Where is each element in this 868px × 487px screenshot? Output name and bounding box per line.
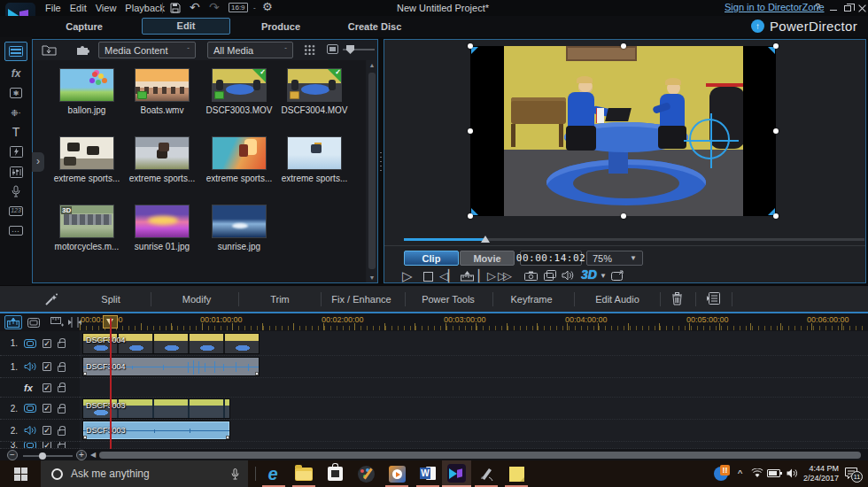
timeline-zoom-slider[interactable] xyxy=(23,455,73,457)
edit-audio-button[interactable]: Edit Audio xyxy=(577,286,657,313)
word-icon[interactable]: W xyxy=(417,463,438,484)
timecode-display[interactable]: 00:00:14:02 xyxy=(520,251,582,266)
import-media-icon[interactable] xyxy=(42,43,57,56)
media-item[interactable]: sunrise.jpg xyxy=(201,205,277,251)
save-icon[interactable] xyxy=(170,3,181,13)
minimize-button[interactable] xyxy=(827,2,840,12)
3d-dropdown-arrow-icon[interactable]: ▼ xyxy=(600,272,607,280)
timeline-clip-video-dscf3004[interactable]: DSCF3004 xyxy=(82,333,260,354)
windows-store-icon[interactable] xyxy=(324,463,345,484)
pen-tool-app-icon[interactable] xyxy=(476,463,497,484)
stop-button[interactable] xyxy=(423,272,433,282)
effect-room-icon[interactable]: fx xyxy=(4,64,27,83)
particle-room-icon[interactable]: ❉⋅ xyxy=(4,103,27,122)
snapshot-camera-button[interactable] xyxy=(524,271,538,281)
timeline-zoom-out-button[interactable]: − xyxy=(7,450,18,460)
storyboard-view-button[interactable] xyxy=(25,315,43,329)
search-input[interactable]: Ask me anything xyxy=(71,468,150,480)
seek-ruler-button[interactable] xyxy=(461,271,474,282)
menu-edit[interactable]: Edit xyxy=(66,2,91,14)
media-item[interactable]: Boats.wmv xyxy=(124,68,200,115)
keyframe-button[interactable]: Keyframe xyxy=(494,286,569,313)
thumbnail-size-slider[interactable] xyxy=(343,49,375,50)
aspect-dropdown-arrow-icon[interactable]: ˆ xyxy=(253,5,256,16)
media-item[interactable]: ballon.jpg xyxy=(49,68,125,115)
settings-gear-icon[interactable]: ⚙ xyxy=(262,2,273,12)
media-player-icon[interactable] xyxy=(386,463,407,484)
undo-icon[interactable]: ↶ xyxy=(190,2,200,12)
battery-icon[interactable] xyxy=(767,469,780,477)
help-button[interactable]: ? xyxy=(811,2,824,12)
clip-handle[interactable] xyxy=(255,372,259,375)
track-enable-checkbox[interactable]: ✓ xyxy=(43,362,51,371)
media-item[interactable]: 3D motorcycles.m... xyxy=(49,205,125,251)
slider-handle[interactable] xyxy=(346,45,354,54)
library-scrollbar[interactable]: ▲ ▼ xyxy=(367,60,377,282)
file-explorer-icon[interactable] xyxy=(293,463,314,484)
resize-handle[interactable] xyxy=(621,43,626,49)
clip-handle[interactable] xyxy=(83,436,87,439)
panel-divider-grip[interactable] xyxy=(379,151,383,174)
clip-handle[interactable] xyxy=(83,372,87,375)
ruler-major-ticks[interactable] xyxy=(80,323,866,330)
track-header-audio-1[interactable]: 1. ✓ xyxy=(0,356,80,378)
volume-speaker-button[interactable] xyxy=(562,270,574,281)
sticky-notes-icon[interactable] xyxy=(506,463,527,484)
fast-forward-button[interactable]: ▷▷ xyxy=(498,268,508,284)
scrollbar-thumb[interactable] xyxy=(368,73,376,269)
track-enable-checkbox[interactable]: ✓ xyxy=(43,383,51,392)
timeline-zoom-in-button[interactable]: + xyxy=(76,450,87,460)
clip-handle[interactable] xyxy=(226,436,229,439)
timeline-scrollbar[interactable] xyxy=(99,452,861,459)
seek-bar[interactable] xyxy=(404,238,864,241)
menu-file[interactable]: File xyxy=(41,2,66,14)
play-button[interactable]: ▷ xyxy=(402,268,413,284)
lock-icon[interactable] xyxy=(58,366,66,372)
media-item[interactable]: extreme sports... xyxy=(49,136,125,183)
track-enable-checkbox[interactable]: ✓ xyxy=(43,442,51,449)
timeline-view-button[interactable] xyxy=(4,315,22,329)
plugin-puzzle-icon[interactable] xyxy=(75,43,89,56)
all-media-dropdown[interactable]: All Mediaˆ xyxy=(207,42,293,58)
volume-tray-icon[interactable] xyxy=(787,468,798,478)
clip-mode-button[interactable]: Clip xyxy=(404,251,459,266)
timeline-clip-audio-dscf3003[interactable]: DSCF3003 xyxy=(82,421,230,440)
lock-icon[interactable] xyxy=(58,444,66,449)
track-header-video-2[interactable]: 2. ✓ xyxy=(0,398,80,420)
scroll-down-icon[interactable]: ▼ xyxy=(367,274,377,281)
magic-wand-icon[interactable] xyxy=(44,293,58,306)
playhead-line[interactable] xyxy=(110,318,112,449)
split-button[interactable]: Split xyxy=(75,286,146,313)
aspect-ratio-button[interactable]: 16:9 xyxy=(229,3,248,12)
track-enable-checkbox[interactable]: ✓ xyxy=(43,426,51,435)
preview-video-frame[interactable] xyxy=(470,46,776,216)
tab-create-disc[interactable]: Create Disc xyxy=(326,21,423,32)
power-tools-button[interactable]: Power Tools xyxy=(408,286,488,313)
track-row[interactable] xyxy=(80,442,868,449)
media-item[interactable]: sunrise 01.jpg xyxy=(124,205,200,251)
tab-edit[interactable]: Edit xyxy=(142,18,230,35)
3d-mode-button[interactable]: 3D xyxy=(581,267,597,282)
menu-view[interactable]: View xyxy=(91,2,121,14)
resize-handle[interactable] xyxy=(468,213,473,219)
delete-trash-icon[interactable] xyxy=(671,292,683,305)
preview-quality-button[interactable] xyxy=(544,270,556,281)
photodirector-icon[interactable] xyxy=(355,463,376,484)
media-item[interactable]: ✓ DSCF3003.MOV xyxy=(201,68,277,115)
start-button[interactable] xyxy=(0,460,41,487)
selection-center-ring[interactable] xyxy=(689,119,730,159)
resize-handle[interactable] xyxy=(468,43,473,49)
subtitle-room-icon[interactable]: ... xyxy=(4,220,27,240)
media-content-dropdown[interactable]: Media Contentˆ xyxy=(98,42,196,58)
close-button[interactable] xyxy=(856,2,868,12)
chapter-room-icon[interactable]: 123 xyxy=(4,201,27,220)
track-enable-checkbox[interactable]: ✓ xyxy=(43,404,51,413)
media-room-icon[interactable] xyxy=(4,42,27,61)
resize-handle[interactable] xyxy=(773,213,779,219)
redo-icon[interactable]: ↷ xyxy=(209,2,220,12)
zoom-slider-handle[interactable] xyxy=(39,452,46,460)
fix-enhance-button[interactable]: Fix / Enhance xyxy=(322,286,401,313)
timeline-clip-video-dscf3003[interactable]: DSCF3003 xyxy=(82,398,230,419)
tab-capture[interactable]: Capture xyxy=(35,21,133,32)
trim-button[interactable]: Trim xyxy=(244,286,315,313)
